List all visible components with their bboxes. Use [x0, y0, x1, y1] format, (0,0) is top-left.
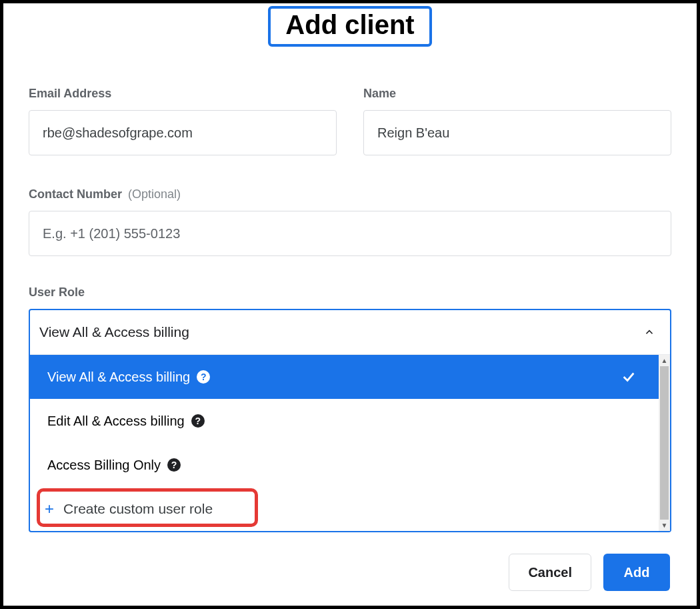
check-icon: [621, 370, 636, 384]
scroll-up-icon[interactable]: ▲: [659, 355, 670, 366]
contact-optional: (Optional): [128, 187, 181, 201]
field-contact: Contact Number (Optional): [29, 187, 671, 256]
scrollbar[interactable]: ▲ ▼: [659, 355, 670, 531]
role-option-2-label: Access Billing Only: [47, 458, 161, 473]
dialog-footer: Cancel Add: [509, 554, 670, 591]
help-icon[interactable]: ?: [197, 370, 210, 384]
role-label: User Role: [29, 285, 671, 299]
role-options-inner: View All & Access billing ? Edit All & A…: [30, 355, 659, 531]
role-selected-text: View All & Access billing: [39, 324, 189, 340]
chevron-up-icon: [643, 326, 655, 338]
row-email-name: Email Address Name: [29, 87, 671, 155]
help-icon[interactable]: ?: [191, 414, 205, 428]
email-input[interactable]: [29, 110, 337, 155]
field-email: Email Address: [29, 87, 337, 155]
role-option-1-label: Edit All & Access billing: [47, 414, 185, 429]
role-option-view-all[interactable]: View All & Access billing ?: [30, 355, 659, 399]
contact-label-text: Contact Number: [29, 187, 122, 201]
cancel-button[interactable]: Cancel: [509, 554, 591, 591]
scroll-thumb[interactable]: [660, 366, 669, 520]
role-option-0-label: View All & Access billing: [47, 370, 190, 385]
role-option-billing-only[interactable]: Access Billing Only ?: [30, 443, 659, 487]
contact-input[interactable]: [29, 211, 671, 256]
role-select-head[interactable]: View All & Access billing: [30, 310, 670, 354]
role-option-edit-all[interactable]: Edit All & Access billing ?: [30, 399, 659, 443]
field-name: Name: [363, 87, 671, 155]
scroll-down-icon[interactable]: ▼: [659, 520, 670, 531]
role-create-label: Create custom user role: [63, 501, 213, 517]
dialog-title: Add client: [268, 6, 431, 47]
role-create-custom[interactable]: + Create custom user role: [30, 487, 227, 531]
role-options: View All & Access billing ? Edit All & A…: [30, 354, 670, 531]
title-wrap: Add client: [23, 6, 677, 47]
dialog-frame: Add client Email Address Name Contact Nu…: [0, 0, 700, 609]
help-icon[interactable]: ?: [167, 458, 181, 472]
add-button[interactable]: Add: [603, 554, 670, 591]
name-input[interactable]: [363, 110, 671, 155]
form: Email Address Name Contact Number (Optio…: [23, 87, 677, 532]
name-label: Name: [363, 87, 671, 101]
role-select: View All & Access billing View All & Acc…: [29, 309, 671, 532]
email-label: Email Address: [29, 87, 337, 101]
field-role: User Role View All & Access billing View…: [29, 285, 671, 532]
contact-label: Contact Number (Optional): [29, 187, 671, 201]
plus-icon: +: [45, 501, 54, 517]
